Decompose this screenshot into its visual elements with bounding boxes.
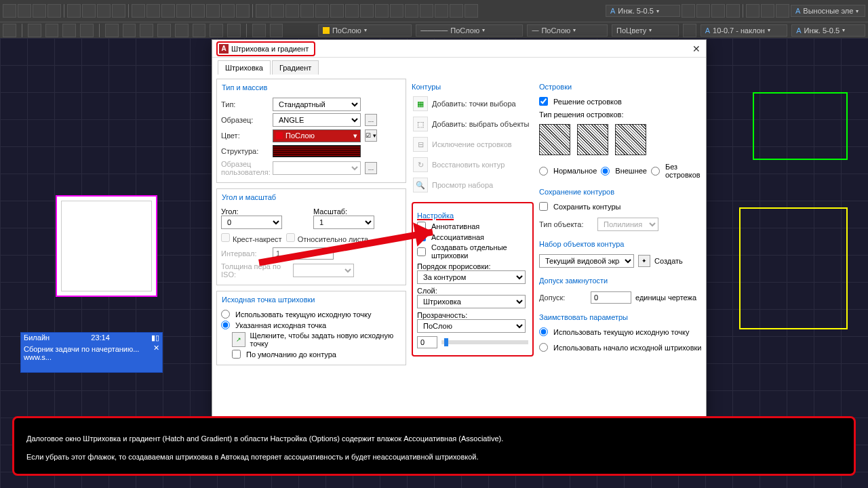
tool-btn[interactable] <box>270 24 283 37</box>
tool-btn[interactable] <box>33 4 46 18</box>
tool-btn[interactable] <box>146 4 160 18</box>
island-ignore-radio[interactable] <box>651 167 660 176</box>
linetype-dropdown[interactable]: ———— ПоСлою <box>416 24 523 37</box>
lineweight-dropdown[interactable]: — ПоСлою <box>527 24 608 37</box>
close-button[interactable]: ✕ <box>692 43 701 54</box>
layer-select[interactable]: Штриховка <box>417 295 526 308</box>
transparency-slider[interactable] <box>441 340 528 344</box>
tool-btn[interactable] <box>175 24 189 37</box>
boundary-set-select[interactable]: Текущий видовой экран <box>539 254 634 268</box>
tool-btn[interactable] <box>67 4 81 18</box>
transparency-select[interactable]: ПоСлою <box>417 319 526 333</box>
tool-btn[interactable] <box>746 4 760 18</box>
color-select[interactable]: ПоСлою▾ <box>273 129 361 142</box>
tool-btn[interactable] <box>726 4 740 18</box>
tool-btn[interactable] <box>465 4 478 18</box>
tool-btn[interactable] <box>375 4 389 18</box>
pattern-browse[interactable]: … <box>365 114 377 126</box>
tool-btn[interactable] <box>227 24 241 37</box>
structure-preview[interactable] <box>273 145 361 157</box>
transparency-value-input[interactable] <box>417 336 437 348</box>
tab-hatch[interactable]: Штриховка <box>218 60 271 75</box>
tool-btn[interactable] <box>761 4 774 18</box>
island-normal-icon[interactable] <box>539 124 570 155</box>
default-bounds-check[interactable] <box>232 350 241 359</box>
add-select-objects-button[interactable]: ⬚Добавить: выбрать объекты <box>412 115 534 133</box>
tool-btn[interactable] <box>193 24 206 37</box>
tool-btn[interactable] <box>450 4 463 18</box>
tool-btn[interactable] <box>157 24 171 37</box>
color-swatch2[interactable]: ☑ ▾ <box>365 129 377 142</box>
tool-btn[interactable] <box>390 4 403 18</box>
inherit-current-radio[interactable] <box>539 327 548 336</box>
pattern-select[interactable]: ANGLE <box>273 113 361 127</box>
tool-btn[interactable] <box>210 24 223 37</box>
scale-select[interactable]: 1 <box>313 216 374 229</box>
island-detection-check[interactable] <box>539 97 548 106</box>
origin-specified-radio[interactable] <box>221 321 230 329</box>
tool-btn[interactable] <box>236 4 250 18</box>
tool-btn[interactable] <box>420 4 433 18</box>
type-select[interactable]: Стандартный <box>273 98 361 111</box>
tool-btn[interactable] <box>80 24 94 37</box>
tool-btn[interactable] <box>776 4 789 18</box>
tool-btn[interactable] <box>315 4 329 18</box>
dimstyle2-dropdown[interactable]: AИнж. 5-0.5 <box>791 24 865 37</box>
tool-btn[interactable] <box>28 24 41 37</box>
pick-origin-icon[interactable]: ↗ <box>232 332 245 347</box>
tool-btn[interactable] <box>62 24 76 37</box>
tool-btn[interactable] <box>405 4 418 18</box>
draw-order-select[interactable]: За контуром <box>417 270 526 284</box>
plotstyle-dropdown[interactable]: ПоЦвету <box>612 24 679 37</box>
tool-btn[interactable] <box>112 4 125 18</box>
tool-btn[interactable] <box>176 4 190 18</box>
tool-btn[interactable] <box>132 4 145 18</box>
origin-current-radio[interactable] <box>221 310 230 319</box>
create-boundary-icon[interactable]: ✦ <box>638 255 650 267</box>
tool-btn[interactable] <box>252 24 266 37</box>
tool-btn[interactable] <box>97 4 111 18</box>
tool-btn[interactable] <box>18 4 31 18</box>
island-outer-icon[interactable] <box>577 124 608 155</box>
tool-btn[interactable] <box>285 4 299 18</box>
tool-btn[interactable] <box>330 4 344 18</box>
tool-btn[interactable] <box>191 4 205 18</box>
tool-btn[interactable] <box>345 4 359 18</box>
tool-btn[interactable] <box>82 4 96 18</box>
angle-select[interactable]: 0 <box>221 216 282 229</box>
tool-btn[interactable] <box>45 24 59 37</box>
textstyle2-dropdown[interactable]: A10-0.7 - наклон <box>701 24 788 37</box>
dimstyle-dropdown[interactable]: AВыносные эле <box>791 5 865 17</box>
tab-gradient[interactable]: Градиент <box>272 60 319 75</box>
tool-btn[interactable] <box>3 24 16 37</box>
tool-btn[interactable] <box>221 4 235 18</box>
close-icon[interactable]: ✕ <box>153 344 159 352</box>
tool-btn[interactable] <box>360 4 374 18</box>
add-pick-points-button[interactable]: ▦Добавить: точки выбора <box>412 95 534 113</box>
tool-btn[interactable] <box>105 24 119 37</box>
gap-input[interactable] <box>591 291 631 304</box>
tool-btn[interactable] <box>682 4 695 18</box>
tool-btn[interactable] <box>140 24 153 37</box>
tool-btn[interactable] <box>435 4 448 18</box>
tool-btn[interactable] <box>256 4 269 18</box>
island-normal-radio[interactable] <box>539 167 548 176</box>
tool-btn[interactable] <box>683 24 696 37</box>
island-outer-radio[interactable] <box>601 167 610 176</box>
tool-btn[interactable] <box>206 4 220 18</box>
color-dropdown[interactable]: ПоСлою <box>318 24 412 37</box>
tool-btn[interactable] <box>300 4 314 18</box>
inherit-source-radio[interactable] <box>539 343 548 352</box>
textstyle-dropdown[interactable]: AИнж. 5-0.5 <box>606 5 680 17</box>
tool-btn[interactable] <box>47 4 61 18</box>
tool-btn[interactable] <box>271 4 284 18</box>
tool-btn[interactable] <box>123 24 136 37</box>
separate-hatches-check[interactable] <box>417 247 426 256</box>
island-ignore-icon[interactable] <box>615 124 646 155</box>
retain-check[interactable] <box>539 202 548 211</box>
tool-btn[interactable] <box>3 4 16 18</box>
tool-btn[interactable] <box>161 4 175 18</box>
tool-btn[interactable] <box>696 4 710 18</box>
group-title: Тип и массив <box>220 83 269 92</box>
tool-btn[interactable] <box>711 4 725 18</box>
